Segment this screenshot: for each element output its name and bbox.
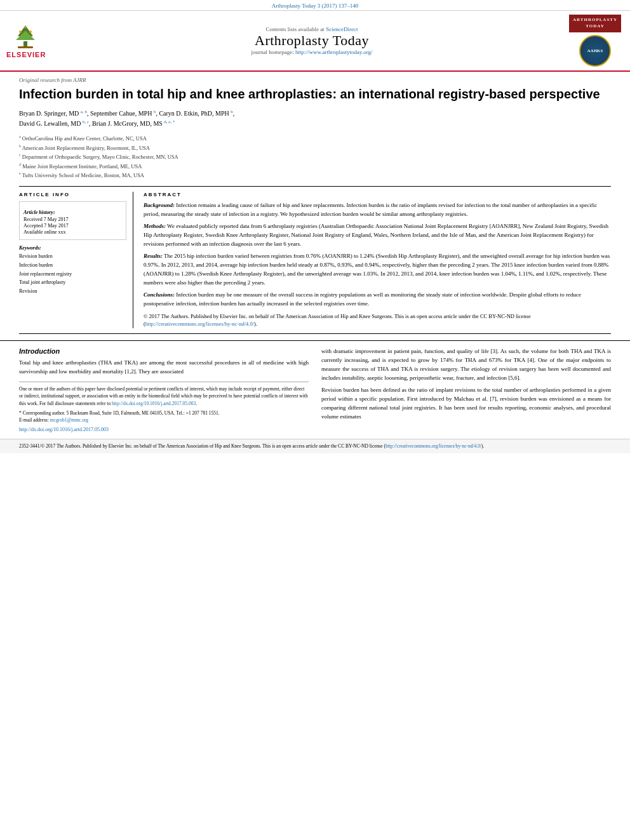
abstract-results: Results: The 2015 hip infection burden v… — [144, 252, 611, 288]
article-info-column: ARTICLE INFO Article history: Received 7… — [19, 192, 133, 328]
main-body: Introduction Total hip and knee arthropl… — [0, 340, 630, 439]
body-right-column: with dramatic improvement in patient pai… — [321, 347, 611, 432]
aahks-badge: AAHKS — [579, 35, 611, 67]
arthroplasty-logo-box: ARTHROPLASTYTODAY AAHKS — [566, 15, 624, 67]
abstract-copyright: © 2017 The Authors. Published by Elsevie… — [144, 312, 611, 329]
page: Arthroplasty Today 3 (2017) 137–140 ELSE… — [0, 0, 630, 453]
arthroplasty-logo: ARTHROPLASTYTODAY — [569, 15, 621, 32]
intro-paragraph-1: Total hip and knee arthroplasties (THA a… — [19, 359, 309, 377]
svg-point-4 — [19, 30, 22, 33]
aahks-text: AAHKS — [587, 48, 603, 53]
sciencedirect-link: ScienceDirect — [326, 26, 358, 32]
cc-license-link[interactable]: http://creativecommons.org/licenses/by-n… — [145, 321, 254, 327]
keyword-2: Infection burden — [19, 261, 126, 270]
article-title: Infection burden in total hip and knee a… — [19, 86, 611, 102]
available-date: Available online xxx — [23, 229, 122, 235]
article-info-abstract-section: ARTICLE INFO Article history: Received 7… — [19, 186, 611, 328]
doi-line: http://dx.doi.org/10.1016/j.artd.2017.05… — [19, 427, 309, 432]
email-link[interactable]: mcgrob1@mmc.org — [50, 417, 88, 423]
doi-link[interactable]: http://dx.doi.org/10.1016/j.artd.2017.05… — [19, 427, 109, 432]
elsevier-tree-icon — [6, 22, 44, 51]
page-footer: 2352-3441/© 2017 The Authors. Published … — [0, 439, 630, 453]
affiliation-e: e Tufts University School of Medicine, B… — [19, 171, 611, 180]
footnote-email: E-mail address: mcgrob1@mmc.org — [19, 417, 309, 423]
abstract-conclusions: Conclusions: Infection burden may be one… — [144, 291, 611, 309]
keyword-3: Joint replacement registry — [19, 270, 126, 279]
journal-homepage-link[interactable]: http://www.arthroplastytoday.org/ — [295, 49, 373, 55]
journal-header: ELSEVIER Contents lists available at Sci… — [0, 11, 630, 72]
received-date: Received 7 May 2017 — [23, 217, 122, 222]
keywords-label: Keywords: — [19, 245, 126, 251]
intro-paragraph-2: with dramatic improvement in patient pai… — [321, 347, 611, 422]
article-area: Original research from AJRR Infection bu… — [0, 72, 630, 329]
affiliation-d: d Maine Joint Replacement Institute, Por… — [19, 162, 611, 171]
elsevier-name: ELSEVIER — [6, 51, 46, 58]
article-history-box: Article history: Received 7 May 2017 Acc… — [19, 201, 126, 240]
elsevier-logo: ELSEVIER — [6, 22, 57, 58]
journal-citation-bar: Arthroplasty Today 3 (2017) 137–140 — [0, 0, 630, 11]
footnote-area: One or more of the authors of this paper… — [19, 382, 309, 423]
accepted-date: Accepted 7 May 2017 — [23, 223, 122, 229]
sciencedirect-line: Contents lists available at ScienceDirec… — [57, 25, 566, 32]
article-info-header: ARTICLE INFO — [19, 192, 126, 197]
abstract-background: Background: Infection remains a leading … — [144, 201, 611, 219]
footnote-disclosure: One or more of the authors of this paper… — [19, 385, 309, 407]
affiliation-a: a OrthoCarolina Hip and Knee Center, Cha… — [19, 134, 611, 143]
history-label: Article history: — [23, 210, 122, 215]
svg-point-5 — [29, 30, 32, 33]
affiliation-b: b American Joint Replacement Registry, R… — [19, 143, 611, 152]
svg-point-6 — [25, 27, 27, 29]
footer-cc-link[interactable]: http://creativecommons.org/licenses/by-n… — [385, 443, 481, 449]
svg-rect-3 — [18, 46, 33, 48]
keywords-list: Revision burden Infection burden Joint r… — [19, 252, 126, 295]
original-research-tag: Original research from AJRR — [19, 77, 611, 83]
abstract-column: ABSTRACT Background: Infection remains a… — [144, 192, 611, 328]
journal-citation: Arthroplasty Today 3 (2017) 137–140 — [272, 3, 359, 9]
abstract-text: Background: Infection remains a leading … — [144, 201, 611, 328]
affiliation-c: c Department of Orthopaedic Surgery, May… — [19, 152, 611, 161]
journal-center: Contents lists available at ScienceDirec… — [57, 25, 566, 55]
disclosure-link[interactable]: http://dx.doi.org/10.1016/j.artd.2017.05… — [112, 401, 196, 406]
abstract-header: ABSTRACT — [144, 192, 611, 197]
two-col-body: Introduction Total hip and knee arthropl… — [19, 347, 611, 432]
journal-homepage: journal homepage: http://www.arthroplast… — [57, 49, 566, 55]
body-left-column: Introduction Total hip and knee arthropl… — [19, 347, 309, 432]
journal-title: Arthroplasty Today — [57, 32, 566, 49]
introduction-title: Introduction — [19, 347, 309, 355]
keyword-5: Revision — [19, 287, 126, 296]
footnote-corresponding: * Corresponding author. 5 Bucknam Road, … — [19, 410, 309, 417]
abstract-methods: Methods: We evaluated publicly reported … — [144, 222, 611, 249]
keyword-4: Total joint arthroplasty — [19, 278, 126, 287]
keyword-1: Revision burden — [19, 252, 126, 261]
affiliations: a OrthoCarolina Hip and Knee Center, Cha… — [19, 134, 611, 180]
authors-line: Bryan D. Springer, MD a, b, September Ca… — [19, 109, 611, 130]
